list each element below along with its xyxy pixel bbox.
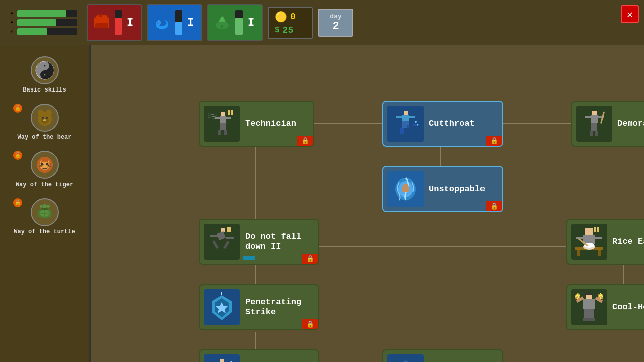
svg-rect-116 <box>584 309 589 318</box>
skill-cutthroat[interactable]: Cutthroat 🔒 <box>382 101 503 147</box>
dollar-value: 25 <box>283 25 294 35</box>
demoralize-image <box>576 106 612 142</box>
svg-rect-110 <box>585 293 593 295</box>
coin-value: 0 <box>290 12 296 22</box>
energy-icon: ● <box>8 19 15 26</box>
turtle-icon <box>31 198 59 226</box>
svg-rect-58 <box>228 110 230 115</box>
fist-resource-box: I <box>87 4 142 41</box>
svg-line-56 <box>208 116 216 117</box>
water-bar-fill <box>175 22 182 36</box>
close-button[interactable]: ✕ <box>621 5 639 23</box>
svg-rect-72 <box>591 115 598 123</box>
svg-point-17 <box>42 117 44 119</box>
day-label: day <box>325 13 346 20</box>
skill-unstoppable[interactable]: Unstoppable 🔒 <box>382 166 503 212</box>
skill-crossroads[interactable]: Crossroads 🔒 <box>199 349 319 362</box>
svg-rect-48 <box>220 116 226 123</box>
svg-rect-96 <box>576 237 584 239</box>
svg-rect-99 <box>577 250 580 256</box>
skill-technician[interactable]: Technician 🔒 <box>199 101 314 147</box>
sidebar-item-basic-skills[interactable]: Basic skills <box>4 53 85 97</box>
svg-rect-2 <box>99 14 102 17</box>
svg-point-18 <box>46 117 48 119</box>
svg-rect-47 <box>221 112 225 116</box>
cutthroat-label: Cutthroat <box>429 119 475 129</box>
bear-icon <box>31 104 59 132</box>
rice-eater-image <box>571 224 607 260</box>
svg-rect-119 <box>589 318 595 321</box>
unstoppable-lock: 🔒 <box>486 201 502 211</box>
sidebar-item-way-tiger[interactable]: 🔓 Way of the tiger <box>4 148 85 191</box>
fist-icon <box>92 13 112 33</box>
svg-point-15 <box>46 110 52 116</box>
svg-point-37 <box>48 215 51 217</box>
svg-rect-94 <box>585 228 593 235</box>
svg-rect-78 <box>590 131 593 136</box>
svg-rect-53 <box>218 130 221 135</box>
cutthroat-lock-icon: 🔒 <box>490 137 498 145</box>
svg-rect-59 <box>231 110 233 115</box>
technician-image <box>204 106 240 142</box>
skill-connectors <box>91 45 644 362</box>
sharp-sting-image <box>387 354 424 362</box>
svg-rect-50 <box>226 117 231 119</box>
currency-box: 🟡 0 $ 25 <box>268 7 313 39</box>
do-not-fall-lock: 🔒 <box>302 254 318 264</box>
sidebar-item-way-bear[interactable]: 🔓 Way of the bear <box>4 101 85 144</box>
penetrating-strike-label: Penetrating Strike <box>245 297 312 318</box>
penetrating-strike-lock: 🔒 <box>302 319 318 329</box>
svg-rect-88 <box>210 235 219 237</box>
skill-rice-eater[interactable]: Rice Eater II 🔒 <box>566 219 644 265</box>
main-area: Basic skills 🔓 Way of the bear 🔓 <box>0 45 644 362</box>
health-bar-row: ● <box>8 10 77 17</box>
svg-rect-100 <box>598 250 601 256</box>
fist-bar1-fill <box>115 18 122 35</box>
energy-bar-fill <box>17 19 56 26</box>
svg-rect-54 <box>224 130 227 135</box>
svg-point-69 <box>415 121 417 123</box>
skill-demoralize[interactable]: Demoralize 🔒 <box>571 101 644 147</box>
svg-rect-76 <box>591 123 594 131</box>
skill-sharp-sting[interactable]: Sharp Sting 🔒 <box>382 349 503 362</box>
sidebar: Basic skills 🔓 Way of the bear 🔓 <box>0 45 91 362</box>
basic-skills-label: Basic skills <box>23 86 66 94</box>
svg-rect-61 <box>403 115 409 121</box>
food-bar-fill <box>235 18 243 35</box>
svg-rect-68 <box>413 124 418 126</box>
svg-rect-52 <box>223 123 226 130</box>
food-icon <box>212 13 232 33</box>
bear-lock-icon: 🔓 <box>13 104 22 113</box>
svg-rect-117 <box>589 309 594 318</box>
fist-bar1 <box>115 10 122 35</box>
svg-rect-111 <box>583 299 595 309</box>
cool-headed-image <box>571 289 607 325</box>
svg-point-30 <box>43 204 47 208</box>
day-number: 2 <box>325 20 346 33</box>
stamina-bar-fill <box>17 28 47 35</box>
skill-penetrating-strike[interactable]: Penetrating Strike 🔒 <box>199 284 319 330</box>
do-not-fall-lock-icon: 🔒 <box>306 255 314 263</box>
svg-line-57 <box>208 118 215 118</box>
stamina-bar-row: ⚡ <box>8 28 77 35</box>
svg-point-19 <box>43 119 46 121</box>
energy-bar-row: ● <box>8 19 77 26</box>
day-box: day 2 <box>318 9 353 37</box>
do-not-fall-image <box>204 224 240 260</box>
svg-rect-64 <box>403 121 406 128</box>
svg-point-23 <box>46 163 48 166</box>
stamina-bar-bg <box>17 28 77 35</box>
technician-label: Technician <box>245 119 296 129</box>
skill-cool-headed[interactable]: Cool-Headed 🔒 <box>566 284 644 330</box>
way-tiger-label: Way of the tiger <box>16 181 73 188</box>
water-count: I <box>187 17 194 29</box>
svg-rect-60 <box>404 111 408 115</box>
sidebar-item-way-turtle[interactable]: 🔓 Way of the turtle <box>4 195 85 238</box>
skill-do-not-fall[interactable]: Do not fall down II 🔒 <box>199 219 319 265</box>
turtle-lock-icon: 🔓 <box>13 198 22 207</box>
svg-point-22 <box>41 163 43 166</box>
penetrating-strike-lock-icon: 🔒 <box>306 320 314 328</box>
svg-rect-66 <box>400 128 404 134</box>
do-not-fall-text-area: Do not fall down II <box>245 232 312 252</box>
svg-rect-79 <box>595 131 598 136</box>
